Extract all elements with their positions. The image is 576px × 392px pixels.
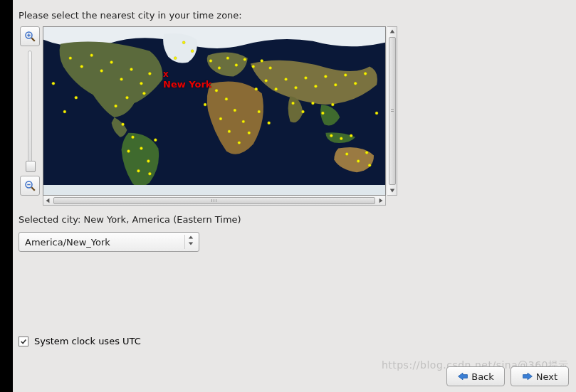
svg-point-66 — [365, 152, 368, 154]
chevron-up-icon — [188, 235, 194, 240]
back-button[interactable]: Back — [446, 366, 505, 386]
svg-point-49 — [304, 76, 307, 79]
svg-point-22 — [140, 147, 142, 150]
svg-point-74 — [174, 57, 177, 60]
svg-point-18 — [126, 96, 129, 99]
svg-point-16 — [148, 72, 151, 75]
scroll-right-arrow[interactable] — [377, 196, 385, 205]
svg-point-20 — [122, 123, 125, 126]
svg-point-9 — [80, 65, 83, 68]
svg-point-27 — [127, 150, 130, 153]
map-wrap: x New York — [43, 26, 386, 196]
svg-point-25 — [148, 172, 151, 175]
svg-line-1 — [31, 38, 35, 41]
scroll-down-arrow[interactable] — [388, 186, 397, 195]
svg-point-36 — [215, 89, 218, 92]
svg-point-58 — [311, 102, 314, 105]
svg-point-26 — [154, 139, 157, 142]
svg-point-76 — [258, 110, 261, 113]
svg-point-51 — [324, 75, 327, 78]
svg-point-32 — [244, 58, 246, 61]
zoom-controls — [19, 26, 41, 196]
svg-point-48 — [295, 86, 298, 89]
utc-row: System clock uses UTC — [19, 336, 141, 346]
svg-point-73 — [182, 41, 185, 44]
zoom-out-button[interactable] — [20, 176, 40, 196]
svg-point-60 — [331, 103, 334, 106]
map-horizontal-scrollbar[interactable] — [43, 196, 386, 206]
arrow-left-icon — [457, 371, 468, 381]
arrow-right-icon — [522, 371, 533, 381]
svg-point-71 — [375, 112, 378, 115]
svg-point-10 — [90, 54, 93, 57]
svg-point-41 — [238, 142, 241, 144]
zoom-slider-track — [28, 51, 32, 171]
svg-point-8 — [69, 57, 72, 60]
svg-point-68 — [75, 96, 78, 99]
timezone-value: America/New_York — [25, 237, 184, 248]
zoom-in-button[interactable] — [20, 26, 40, 46]
zoom-in-icon — [23, 30, 36, 43]
horizontal-scroll-thumb[interactable] — [53, 197, 375, 204]
main-content: Please select the nearest city in your t… — [19, 10, 569, 252]
svg-point-63 — [350, 134, 352, 137]
svg-line-5 — [31, 187, 35, 191]
svg-point-59 — [321, 112, 324, 115]
svg-point-30 — [226, 57, 229, 60]
svg-point-64 — [345, 153, 348, 156]
svg-point-46 — [275, 88, 278, 90]
back-label: Back — [471, 371, 494, 382]
scroll-left-arrow[interactable] — [43, 196, 52, 205]
map-vertical-scrollbar[interactable] — [387, 26, 397, 196]
svg-point-37 — [225, 97, 228, 100]
check-icon — [20, 338, 27, 345]
combobox-spinner[interactable] — [184, 235, 196, 249]
svg-point-50 — [314, 85, 317, 88]
svg-point-29 — [218, 67, 221, 70]
zoom-slider[interactable] — [24, 48, 36, 174]
utc-checkbox[interactable] — [19, 337, 28, 346]
svg-point-47 — [285, 78, 288, 80]
selected-city-prefix: Selected city: — [19, 214, 84, 225]
svg-point-72 — [191, 50, 194, 53]
footer-nav: Back Next — [446, 366, 569, 386]
vertical-scroll-thumb[interactable] — [389, 37, 396, 185]
svg-point-62 — [340, 137, 342, 140]
selected-city-text: Selected city: New York, America (Easter… — [19, 214, 569, 225]
svg-point-61 — [330, 134, 332, 137]
svg-point-15 — [140, 82, 142, 85]
svg-point-24 — [137, 169, 140, 172]
svg-point-54 — [354, 82, 357, 85]
zoom-slider-thumb[interactable] — [26, 161, 36, 172]
svg-point-57 — [301, 110, 304, 113]
svg-point-28 — [209, 60, 212, 63]
world-map[interactable]: x New York — [43, 26, 386, 196]
svg-point-31 — [235, 64, 238, 67]
scroll-up-arrow[interactable] — [388, 27, 397, 36]
timezone-combobox[interactable]: America/New_York — [19, 232, 199, 252]
selected-city-value: New York, America (Eastern Time) — [84, 214, 241, 225]
next-button[interactable]: Next — [510, 366, 569, 386]
svg-point-67 — [368, 164, 371, 166]
svg-point-33 — [252, 65, 255, 68]
svg-point-52 — [334, 83, 337, 86]
svg-point-17 — [142, 92, 145, 95]
svg-point-34 — [261, 60, 263, 63]
instruction-text: Please select the nearest city in your t… — [19, 10, 569, 21]
svg-point-65 — [357, 159, 360, 162]
svg-point-42 — [228, 130, 231, 133]
hscroll-row — [43, 196, 569, 206]
svg-point-21 — [131, 136, 134, 139]
svg-point-13 — [120, 78, 123, 80]
svg-point-19 — [115, 105, 117, 107]
svg-point-53 — [344, 73, 347, 76]
svg-point-23 — [147, 159, 150, 162]
svg-point-45 — [265, 79, 268, 82]
svg-point-38 — [234, 109, 236, 112]
svg-point-11 — [100, 69, 103, 72]
svg-point-14 — [130, 68, 132, 71]
svg-point-43 — [219, 117, 222, 120]
world-map-svg — [43, 27, 385, 195]
svg-point-77 — [268, 122, 271, 125]
svg-point-40 — [248, 132, 251, 134]
